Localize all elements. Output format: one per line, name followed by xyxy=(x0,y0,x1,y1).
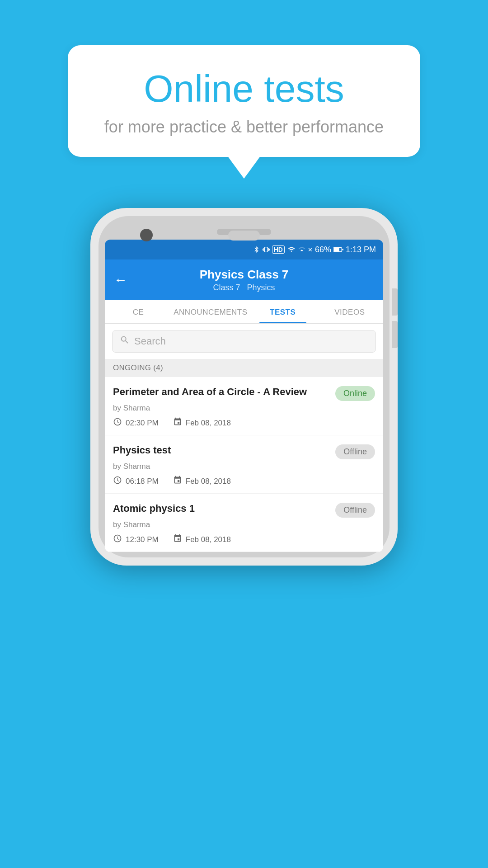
speech-bubble: Online tests for more practice & better … xyxy=(68,45,420,157)
home-button-top xyxy=(228,231,260,241)
volume-up-btn xyxy=(392,288,398,316)
phone-mockup: HD ✕ 66% xyxy=(90,208,398,566)
test-time-val-1: 06:18 PM xyxy=(126,477,159,486)
search-icon xyxy=(120,335,130,348)
tab-videos[interactable]: VIDEOS xyxy=(316,300,383,323)
hd-badge: HD xyxy=(272,245,285,254)
header-subtitle: Class 7 Physics xyxy=(114,283,374,292)
tab-announcements[interactable]: ANNOUNCEMENTS xyxy=(172,300,249,323)
test-meta-0: 02:30 PM Feb 08, 2018 xyxy=(113,417,375,429)
battery-text: 66% xyxy=(315,245,331,255)
phone-screen: HD ✕ 66% xyxy=(105,240,383,552)
test-author-1: by Sharma xyxy=(113,462,375,471)
test-date-val-1: Feb 08, 2018 xyxy=(186,477,231,486)
status-bar: HD ✕ 66% xyxy=(105,240,383,259)
clock-icon-1 xyxy=(113,476,122,487)
wifi-icon xyxy=(287,246,296,253)
vibrate-icon xyxy=(263,245,270,254)
bluetooth-icon xyxy=(253,245,260,254)
calendar-icon-0 xyxy=(173,417,182,429)
signal-icon xyxy=(298,246,305,253)
test-meta-2: 12:30 PM Feb 08, 2018 xyxy=(113,534,375,545)
bubble-subtitle: for more practice & better performance xyxy=(95,118,393,137)
section-header: ONGOING (4) xyxy=(105,359,383,377)
test-title-2: Atomic physics 1 xyxy=(113,502,335,515)
no-signal-icon: ✕ xyxy=(308,246,313,253)
time-display: 1:13 PM xyxy=(346,245,376,255)
status-badge-0: Online xyxy=(335,386,375,401)
clock-icon-2 xyxy=(113,534,122,545)
svg-rect-1 xyxy=(334,248,339,251)
test-item-2[interactable]: Atomic physics 1 Offline by Sharma 12:30… xyxy=(105,494,383,552)
svg-rect-2 xyxy=(342,249,343,250)
calendar-icon-1 xyxy=(173,476,182,487)
test-time-0: 02:30 PM xyxy=(113,417,159,429)
test-title-1: Physics test xyxy=(113,443,335,457)
section-label: ONGOING (4) xyxy=(113,363,163,372)
back-button[interactable]: ← xyxy=(114,272,127,288)
calendar-icon-2 xyxy=(173,534,182,545)
status-badge-1: Offline xyxy=(335,444,375,459)
clock-icon-0 xyxy=(113,417,122,429)
side-buttons xyxy=(392,288,398,354)
tab-ce[interactable]: CE xyxy=(105,300,172,323)
status-icons: HD ✕ 66% xyxy=(253,245,376,255)
test-date-0: Feb 08, 2018 xyxy=(173,417,231,429)
phone-top xyxy=(104,222,384,240)
app-header: ← Physics Class 7 Class 7 Physics xyxy=(105,259,383,300)
test-author-0: by Sharma xyxy=(113,404,375,413)
test-date-2: Feb 08, 2018 xyxy=(173,534,231,545)
status-badge-2: Offline xyxy=(335,503,375,518)
search-bar[interactable]: Search xyxy=(112,330,376,353)
search-placeholder: Search xyxy=(134,335,166,347)
test-title-0: Perimeter and Area of a Circle - A Revie… xyxy=(113,385,335,399)
search-container: Search xyxy=(105,324,383,359)
test-author-2: by Sharma xyxy=(113,520,375,529)
test-date-val-2: Feb 08, 2018 xyxy=(186,535,231,544)
test-time-val-0: 02:30 PM xyxy=(126,419,159,428)
test-meta-1: 06:18 PM Feb 08, 2018 xyxy=(113,476,375,487)
volume-down-btn xyxy=(392,321,398,348)
test-time-val-2: 12:30 PM xyxy=(126,535,159,544)
camera xyxy=(140,229,153,241)
header-subject: Physics xyxy=(247,283,275,292)
test-item-1[interactable]: Physics test Offline by Sharma 06:18 PM xyxy=(105,435,383,494)
test-item-0[interactable]: Perimeter and Area of a Circle - A Revie… xyxy=(105,377,383,435)
bubble-title: Online tests xyxy=(95,68,393,109)
speech-bubble-area: Online tests for more practice & better … xyxy=(68,45,420,157)
tabs-bar: CE ANNOUNCEMENTS TESTS VIDEOS xyxy=(105,300,383,324)
tab-tests[interactable]: TESTS xyxy=(249,300,316,323)
header-class: Class 7 xyxy=(213,283,240,292)
test-date-1: Feb 08, 2018 xyxy=(173,476,231,487)
header-title: Physics Class 7 xyxy=(114,268,374,282)
test-time-2: 12:30 PM xyxy=(113,534,159,545)
test-time-1: 06:18 PM xyxy=(113,476,159,487)
battery-icon xyxy=(333,246,343,253)
test-date-val-0: Feb 08, 2018 xyxy=(186,419,231,428)
